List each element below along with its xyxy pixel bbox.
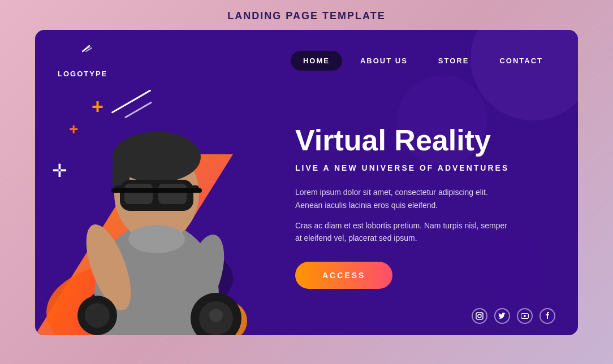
twitter-icon[interactable]: [494, 308, 510, 324]
svg-point-32: [481, 314, 482, 315]
logo-area[interactable]: LOGOTYPE: [58, 44, 107, 78]
svg-rect-30: [476, 313, 483, 319]
svg-marker-34: [524, 315, 527, 318]
svg-rect-17: [124, 184, 153, 204]
instagram-icon[interactable]: [472, 308, 487, 324]
social-icons: [472, 308, 555, 324]
svg-point-22: [128, 225, 185, 253]
svg-point-29: [209, 309, 223, 322]
nav-item-about[interactable]: ABOUT US: [348, 51, 420, 71]
access-button[interactable]: ACCESS: [295, 262, 392, 289]
nav-item-home[interactable]: HOME: [291, 51, 342, 71]
hero-desc-2: Cras ac diam et est lobortis pretium. Na…: [295, 219, 510, 245]
left-area: + + ✛: [35, 78, 278, 335]
svg-point-31: [478, 314, 481, 318]
svg-point-0: [71, 45, 94, 67]
svg-rect-18: [158, 184, 187, 204]
right-content: Virtual Reality LIVE A NEW UNIVERSE OF A…: [278, 78, 578, 335]
nav-item-contact[interactable]: CONTACT: [487, 51, 555, 71]
vr-person: [63, 92, 250, 335]
facebook-icon[interactable]: [539, 308, 555, 324]
svg-rect-21: [111, 188, 202, 193]
nav-item-store[interactable]: STORE: [426, 51, 482, 71]
landing-card: LOGOTYPE HOME ABOUT US STORE CONTACT + +…: [35, 30, 578, 335]
hero-title: Virtual Reality: [295, 124, 550, 157]
navbar: LOGOTYPE HOME ABOUT US STORE CONTACT: [35, 30, 578, 78]
hero-subtitle: LIVE A NEW UNIVERSE OF ADVENTURES: [295, 163, 550, 172]
svg-point-25: [85, 303, 110, 328]
nav-links: HOME ABOUT US STORE CONTACT: [291, 51, 555, 71]
page-title: LANDING PAGE TEMPLATE: [227, 10, 385, 22]
logo-text: LOGOTYPE: [58, 70, 107, 78]
main-content: + + ✛: [35, 78, 578, 335]
youtube-icon[interactable]: [517, 308, 533, 324]
hero-desc-1: Lorem ipsum dolor sit amet, consectetur …: [295, 186, 510, 211]
logo-icon: [70, 44, 95, 68]
